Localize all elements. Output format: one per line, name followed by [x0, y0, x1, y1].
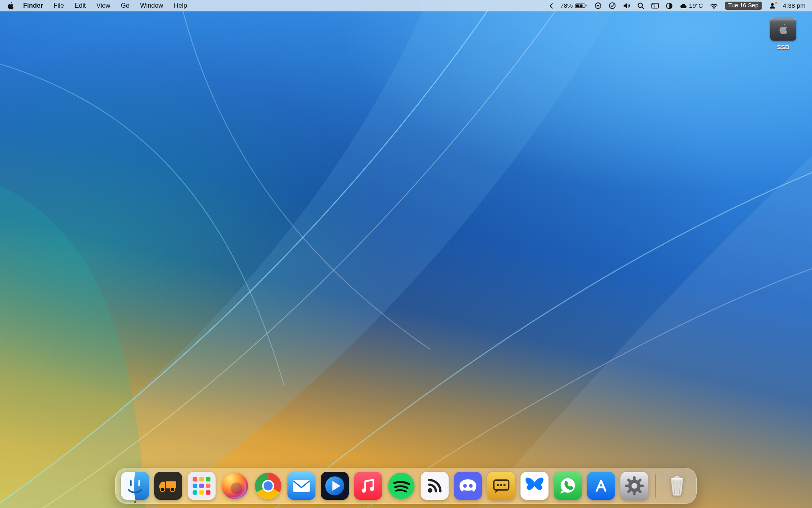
contrast-circle-icon — [666, 2, 673, 9]
dock-chrome[interactable] — [254, 472, 282, 500]
bluesky-icon — [520, 472, 549, 500]
dock-trash[interactable] — [663, 472, 691, 500]
menu-go[interactable]: Go — [116, 0, 135, 11]
desktop-volume-ssd[interactable]: SSD — [765, 18, 801, 50]
wifi-control[interactable] — [710, 3, 718, 9]
dock-firefox[interactable] — [221, 472, 249, 500]
contrast-toggle[interactable] — [666, 2, 673, 9]
temperature-value: 19°C — [689, 2, 703, 9]
dock-spotify[interactable] — [387, 472, 415, 500]
rss-reader-icon — [421, 472, 449, 500]
user-menu[interactable] — [769, 2, 776, 9]
external-drive-icon — [770, 18, 796, 41]
desktop: Finder File Edit View Go Window Help 78% — [0, 0, 812, 508]
volume-label: SSD — [765, 43, 801, 50]
circle-utility-icon — [594, 2, 602, 9]
user-notification-dot — [775, 2, 777, 4]
menu-bar: Finder File Edit View Go Window Help 78% — [0, 0, 812, 11]
dock-transmit[interactable] — [154, 472, 182, 500]
apple-menu[interactable] — [6, 2, 18, 10]
dock-rss-reader[interactable] — [421, 472, 449, 500]
menu-file[interactable]: File — [48, 0, 69, 11]
battery-icon — [575, 2, 587, 9]
apple-icon — [7, 2, 14, 10]
wallpaper — [0, 0, 812, 508]
launchpad-icon — [188, 472, 216, 500]
battery-percent: 78% — [560, 2, 573, 9]
chevron-left-icon — [549, 3, 553, 9]
dock-mail[interactable] — [287, 472, 315, 500]
utility-checkmark[interactable] — [609, 2, 616, 9]
checkmark-utility-icon — [609, 2, 616, 9]
menu-app-name[interactable]: Finder — [18, 0, 48, 11]
hidden-items-chevron[interactable] — [549, 3, 553, 9]
dock-video-player[interactable] — [321, 472, 349, 500]
apple-music-icon — [354, 472, 382, 500]
gold-chat-icon — [487, 472, 515, 500]
weather-widget[interactable]: 19°C — [680, 2, 703, 9]
running-indicator — [134, 501, 136, 503]
volume-icon — [623, 2, 631, 9]
menu-left: Finder File Edit View Go Window Help — [6, 0, 192, 11]
mail-icon — [287, 472, 315, 500]
system-settings-icon — [620, 472, 648, 500]
sound-control[interactable] — [623, 2, 631, 9]
chrome-icon — [254, 472, 282, 500]
video-player-icon — [321, 472, 349, 500]
window-layout-icon — [651, 2, 659, 9]
dock-discord[interactable] — [454, 472, 482, 500]
dock-launchpad[interactable] — [188, 472, 216, 500]
spotlight-search[interactable] — [637, 2, 644, 9]
clock[interactable]: 4:38 pm — [783, 2, 806, 9]
dock-divider — [655, 474, 656, 498]
wifi-icon — [710, 3, 718, 9]
app-store-icon — [587, 472, 615, 500]
menu-help[interactable]: Help — [168, 0, 192, 11]
dock-gold-chat[interactable] — [487, 472, 515, 500]
dock-app-store[interactable] — [587, 472, 615, 500]
discord-icon — [454, 472, 482, 500]
dock-finder[interactable] — [121, 472, 149, 500]
dock-bluesky[interactable] — [520, 472, 549, 500]
dock-whatsapp[interactable] — [554, 472, 582, 500]
spotify-icon — [387, 472, 415, 500]
firefox-icon — [221, 472, 249, 500]
dock-apple-music[interactable] — [354, 472, 382, 500]
whatsapp-icon — [554, 472, 582, 500]
window-layout-control[interactable] — [651, 2, 659, 9]
menu-view[interactable]: View — [91, 0, 115, 11]
status-area: 78% — [549, 2, 806, 10]
weather-cloud-icon — [680, 3, 687, 9]
trash-icon — [663, 472, 691, 500]
transmit-truck-icon — [154, 472, 182, 500]
utility-circle[interactable] — [594, 2, 602, 9]
dock-system-settings[interactable] — [620, 472, 648, 500]
menu-window[interactable]: Window — [135, 0, 168, 11]
dock — [115, 468, 697, 504]
search-icon — [637, 2, 644, 9]
finder-icon — [121, 472, 149, 500]
menu-edit[interactable]: Edit — [69, 0, 91, 11]
battery-status[interactable]: 78% — [560, 2, 587, 9]
date-badge[interactable]: Tue 16 Sep — [725, 2, 762, 10]
